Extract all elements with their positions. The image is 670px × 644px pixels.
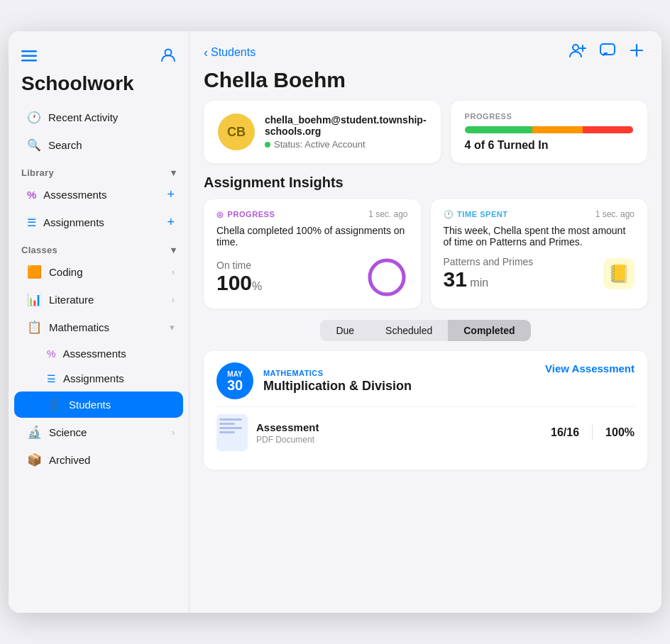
add-assignment-button[interactable]: +: [167, 215, 175, 230]
assignment-name: Multiplication & Division: [263, 379, 412, 394]
search-icon: 🔍: [27, 138, 41, 152]
assignment-score-pct: 100%: [605, 426, 635, 439]
insight-metric-unit: min: [470, 277, 488, 289]
progress-card: PROGRESS 4 of 6 Turned In: [451, 101, 647, 163]
insight-metric-label: Patterns and Primes: [444, 256, 534, 267]
tab-completed[interactable]: Completed: [448, 320, 530, 341]
assignment-card-left: MAY 30 MATHEMATICS Multiplication & Divi…: [216, 362, 412, 399]
date-day: 30: [227, 378, 243, 392]
tab-due[interactable]: Due: [320, 320, 370, 341]
tab-scheduled[interactable]: Scheduled: [370, 320, 448, 341]
account-button[interactable]: [160, 47, 176, 67]
add-button[interactable]: [629, 43, 644, 62]
sidebar-item-recent-activity[interactable]: 🕐 Recent Activity: [14, 104, 183, 131]
progress-bar-red: [583, 126, 633, 133]
progress-summary: 4 of 6 Turned In: [465, 139, 633, 152]
time-clock-icon: 🕐: [444, 210, 454, 219]
date-month: MAY: [227, 370, 242, 378]
main-topbar: ‹ Students: [190, 31, 661, 68]
sidebar-item-label: Assessments: [62, 348, 126, 360]
library-chevron-icon: ▾: [171, 167, 176, 178]
view-assessment-button[interactable]: View Assessment: [545, 362, 635, 374]
doc-name: Assessment: [256, 421, 319, 433]
insight-metric-row: Patterns and Primes 31 min 📒: [444, 256, 635, 292]
sidebar-header: [9, 31, 189, 72]
student-status: Status: Active Account: [265, 139, 427, 150]
tabs-row: Due Scheduled Completed: [190, 320, 661, 351]
assignment-row-right: 16/16 100%: [551, 425, 635, 440]
add-student-button[interactable]: [569, 43, 586, 62]
progress-donut: [366, 256, 408, 299]
library-section-header[interactable]: Library ▾: [9, 159, 189, 181]
classes-section-header[interactable]: Classes ▾: [9, 236, 189, 258]
insight-type-time: 🕐 TIME SPENT: [444, 210, 508, 219]
insights-title: Assignment Insights: [190, 174, 661, 199]
sidebar-item-label: Students: [69, 399, 111, 411]
score-divider: [592, 425, 593, 440]
sidebar-item-lib-assessments[interactable]: % Assessments +: [14, 182, 183, 208]
doc-info: Assessment PDF Document: [256, 421, 319, 445]
sidebar-item-label: Archived: [49, 454, 90, 466]
percent-icon: %: [47, 348, 55, 360]
sidebar-item-label: Assessments: [43, 189, 106, 201]
insight-card-progress: ◎ PROGRESS 1 sec. ago Chella completed 1…: [204, 199, 421, 309]
progress-circle-icon: ◎: [216, 210, 224, 219]
student-email: chella_boehm@student.township-schools.or…: [265, 114, 427, 137]
chevron-right-icon: ›: [172, 294, 175, 305]
sidebar-item-coding[interactable]: 🟧 Coding ›: [14, 259, 183, 285]
sidebar-item-mathematics[interactable]: 📋 Mathematics ▾: [14, 314, 183, 340]
sidebar-item-science[interactable]: 🔬 Science ›: [14, 419, 183, 445]
science-icon: 🔬: [27, 425, 42, 440]
date-badge: MAY 30: [216, 362, 253, 399]
insight-card-time: 🕐 TIME SPENT 1 sec. ago This week, Chell…: [431, 199, 648, 309]
svg-rect-2: [21, 60, 37, 62]
sidebar-item-math-assessments[interactable]: % Assessments: [14, 342, 183, 365]
percent-icon: %: [27, 189, 36, 201]
avatar: CB: [218, 113, 255, 150]
insight-metric-value: 31: [444, 267, 467, 291]
math-icon: 📋: [27, 320, 42, 335]
sidebar-item-math-assignments[interactable]: ☰ Assignments: [14, 367, 183, 390]
coding-icon: 🟧: [27, 265, 42, 279]
archive-icon: 📦: [27, 453, 42, 467]
sidebar-item-math-students[interactable]: 👤 Students: [14, 392, 183, 418]
insight-timestamp: 1 sec. ago: [595, 209, 635, 219]
student-name: Chella Boehm: [190, 68, 661, 101]
insight-description: This week, Chella spent the most amount …: [444, 225, 635, 248]
sidebar-nav-label: Search: [48, 139, 82, 151]
message-button[interactable]: [599, 43, 616, 62]
doc-type: PDF Document: [256, 435, 319, 445]
insight-metric-unit: %: [252, 280, 262, 292]
list-icon: ☰: [47, 373, 56, 384]
sidebar-item-literature[interactable]: 📊 Literature ›: [14, 287, 183, 313]
insight-timestamp: 1 sec. ago: [368, 209, 407, 219]
back-chevron-icon: ‹: [204, 45, 208, 60]
doc-thumbnail-lines: [216, 414, 248, 438]
sidebar-item-label: Assignments: [43, 216, 104, 228]
main-content: ‹ Students: [190, 31, 661, 613]
doc-line: [219, 423, 235, 425]
sidebar-item-label: Mathematics: [49, 321, 109, 333]
sidebar-item-label: Science: [49, 426, 87, 438]
insight-type-progress: ◎ PROGRESS: [216, 210, 275, 219]
sidebar-item-search[interactable]: 🔍 Search: [14, 132, 183, 158]
add-assessment-button[interactable]: +: [167, 187, 175, 202]
assignment-item-row: Assessment PDF Document 16/16 100%: [216, 406, 635, 458]
document-thumbnail: [216, 414, 248, 451]
insight-metric-label: On time: [216, 260, 262, 271]
subject-icon: 📒: [603, 258, 635, 289]
svg-rect-7: [600, 44, 615, 55]
back-button[interactable]: ‹ Students: [204, 45, 256, 60]
sidebar-toggle-button[interactable]: [21, 48, 37, 66]
progress-bar-green: [465, 126, 532, 133]
sidebar-item-archived[interactable]: 📦 Archived: [14, 447, 183, 473]
student-details: chella_boehm@student.township-schools.or…: [265, 114, 427, 150]
progress-bar: [465, 126, 633, 133]
assignment-row-left: Assessment PDF Document: [216, 414, 319, 451]
insight-description: Chella completed 100% of assignments on …: [216, 225, 408, 248]
progress-label: PROGRESS: [465, 112, 633, 121]
svg-point-4: [573, 45, 578, 50]
sidebar-item-lib-assignments[interactable]: ☰ Assignments +: [14, 209, 183, 235]
library-label: Library: [21, 167, 54, 178]
classes-chevron-icon: ▾: [171, 245, 176, 255]
